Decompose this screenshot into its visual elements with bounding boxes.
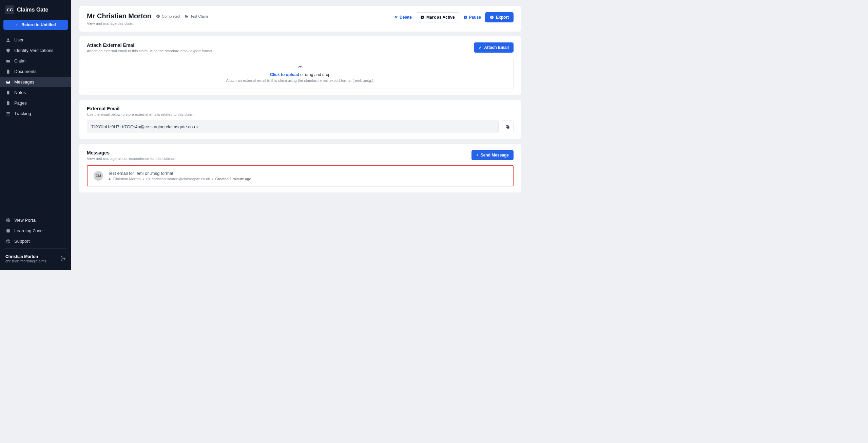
return-button[interactable]: ← Return to Untitled	[3, 20, 68, 30]
download-circle-icon	[490, 15, 494, 19]
logo-mark: CG	[5, 5, 14, 14]
message-created: Created 1 minute ago	[215, 177, 251, 181]
svg-rect-1	[7, 91, 9, 94]
mark-active-label: Mark as Active	[426, 15, 455, 20]
external-email-input[interactable]	[87, 121, 499, 133]
sidebar-item-label: Notes	[14, 90, 26, 95]
claim-tag: Test Claim	[185, 14, 208, 18]
avatar: CM	[94, 171, 103, 181]
question-icon	[5, 239, 11, 244]
svg-rect-3	[6, 113, 9, 114]
external-sub: Use the email below to store external em…	[87, 112, 514, 116]
dot: •	[212, 177, 213, 181]
arrow-left-icon: ←	[15, 22, 19, 27]
pause-button[interactable]: Pause	[463, 15, 481, 20]
status-text: Completed	[162, 14, 180, 18]
check-icon: ✓	[479, 45, 482, 50]
messages-sub: View and manage all correspondence for t…	[87, 156, 177, 161]
shield-icon	[5, 48, 11, 53]
message-subject: Test email for .eml or .msg format	[108, 171, 251, 176]
message-author: Christian Morton	[113, 177, 141, 181]
globe-icon	[5, 218, 11, 223]
sidebar-item-label: Tracking	[14, 111, 31, 116]
plus-icon: +	[476, 153, 479, 158]
sidebar-item-learning[interactable]: Learning Zone	[0, 225, 71, 236]
svg-rect-2	[6, 112, 9, 113]
mail-small-icon	[146, 177, 150, 181]
export-button[interactable]: Export	[485, 12, 514, 22]
external-email-card: External Email Use the email below to st…	[79, 100, 521, 139]
message-item[interactable]: CM Test email for .eml or .msg format Ch…	[87, 165, 514, 186]
sidebar-item-user[interactable]: User	[0, 35, 71, 45]
sidebar-item-tracking[interactable]: Tracking	[0, 108, 71, 119]
svg-rect-13	[465, 17, 466, 18]
attach-email-button[interactable]: ✓ Attach Email	[474, 42, 514, 53]
attach-email-label: Attach Email	[484, 45, 509, 50]
footer-user-email: christian.morton@claims..	[5, 259, 49, 263]
folder-small-icon	[185, 14, 189, 18]
main: Mr Christian Morton Completed Test Claim	[71, 0, 529, 270]
sidebar-item-label: View Portal	[14, 218, 37, 223]
user-footer: Christian Morton christian.morton@claims…	[0, 251, 71, 269]
divider	[4, 248, 67, 249]
sidebar-item-messages[interactable]: Messages	[0, 77, 71, 87]
svg-point-8	[8, 242, 8, 242]
nav: User Identity Verifications Claim Docume…	[0, 35, 71, 270]
copy-icon	[505, 125, 510, 129]
clipboard-icon	[5, 90, 11, 95]
attach-card: Attach External Email Attach an external…	[79, 36, 521, 95]
message-meta: Christian Morton • christian.morton@clai…	[108, 177, 251, 181]
upload-dropzone[interactable]: Click to upload or drag and drop Attach …	[87, 58, 514, 89]
user-icon	[5, 38, 11, 42]
mark-active-button[interactable]: Mark as Active	[416, 12, 459, 22]
user-small-icon	[108, 177, 111, 181]
copy-button[interactable]	[502, 121, 514, 133]
play-circle-icon	[420, 15, 424, 19]
pause-label: Pause	[469, 15, 481, 20]
messages-card: Messages View and manage all corresponde…	[79, 144, 521, 192]
footer-user-name: Christian Morton	[5, 254, 49, 259]
status-badge: Completed	[156, 14, 180, 18]
header-actions: ✕ Delete Mark as Active Pause	[394, 12, 514, 22]
sidebar-item-label: Learning Zone	[14, 228, 43, 233]
page-subtitle: View and manage this claim.	[87, 21, 208, 25]
send-message-label: Send Message	[481, 153, 509, 158]
delete-button[interactable]: ✕ Delete	[394, 15, 412, 20]
list-icon	[5, 111, 11, 116]
svg-rect-12	[465, 17, 465, 18]
sidebar-item-documents[interactable]: Documents	[0, 66, 71, 77]
sidebar-item-identity[interactable]: Identity Verifications	[0, 45, 71, 56]
dropzone-line1: Click to upload or drag and drop	[93, 72, 507, 77]
svg-point-17	[109, 178, 110, 179]
sidebar-item-label: Pages	[14, 100, 27, 106]
header-card: Mr Christian Morton Completed Test Claim	[79, 6, 521, 32]
sidebar-item-view-portal[interactable]: View Portal	[0, 215, 71, 225]
sidebar-item-support[interactable]: Support	[0, 236, 71, 246]
sidebar-item-claim[interactable]: Claim	[0, 56, 71, 66]
sidebar-item-label: Claim	[14, 58, 25, 63]
click-to-upload-link[interactable]: Click to upload	[270, 72, 299, 77]
page-title: Mr Christian Morton	[87, 12, 151, 20]
sidebar-item-label: User	[14, 37, 23, 42]
book-icon	[5, 228, 11, 233]
attach-sub: Attach an external email to this claim u…	[87, 49, 213, 53]
export-label: Export	[496, 15, 509, 20]
sidebar-item-pages[interactable]: Pages	[0, 98, 71, 108]
claim-tag-text: Test Claim	[190, 14, 208, 18]
file-icon	[5, 69, 11, 74]
external-title: External Email	[87, 106, 514, 111]
close-icon: ✕	[394, 15, 398, 20]
dot: •	[143, 177, 144, 181]
svg-rect-6	[6, 229, 9, 232]
return-label: Return to Untitled	[21, 22, 56, 27]
check-circle-icon	[156, 14, 160, 18]
sidebar-item-notes[interactable]: Notes	[0, 87, 71, 98]
sidebar-item-label: Documents	[14, 69, 37, 74]
logo: CG Claims Gate	[0, 0, 71, 20]
page-icon	[5, 101, 11, 106]
logout-icon[interactable]	[60, 256, 66, 261]
send-message-button[interactable]: + Send Message	[471, 150, 514, 160]
svg-point-9	[156, 15, 160, 18]
sidebar-item-label: Support	[14, 239, 30, 244]
delete-label: Delete	[400, 15, 412, 20]
